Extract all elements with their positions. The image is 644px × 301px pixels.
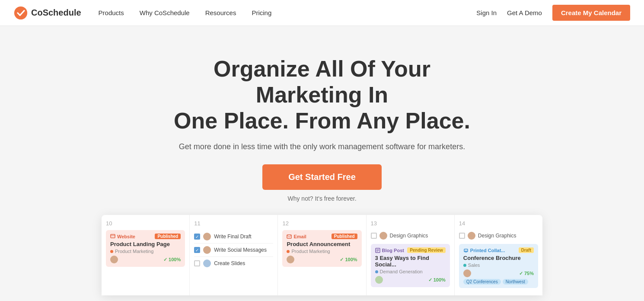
nav-links: Products Why CoSchedule Resources Pricin… — [99, 9, 477, 16]
calendar-col-14: 14 Design Graphics Printed Collat... Dra… — [455, 215, 542, 295]
get-demo-link[interactable]: Get A Demo — [507, 9, 542, 16]
card-product-announcement[interactable]: Email Published Product Announcement Pro… — [282, 230, 361, 267]
card-meta-landing: Product Marketing — [110, 249, 181, 254]
svg-rect-8 — [464, 249, 468, 252]
design-avatar-13 — [379, 232, 387, 240]
card-footer-blog: ✓ 100% — [375, 276, 446, 284]
meta-dot — [110, 250, 113, 253]
navbar: CoSchedule Products Why CoSchedule Resou… — [0, 0, 644, 26]
task-write-final: ✓ Write Final Draft — [194, 230, 273, 243]
card-blog-social[interactable]: Blog Post Pending Review 3 Easy Ways to … — [371, 244, 450, 287]
card-footer-announcement: ✓ 100% — [287, 256, 357, 263]
hero-fine-print: Why not? It's free forever. — [287, 195, 356, 202]
meta-dot-email — [287, 250, 290, 253]
logo-text: CoSchedule — [31, 8, 81, 18]
blog-icon — [375, 248, 380, 253]
card-badge-print: Draft — [519, 247, 534, 253]
website-icon — [110, 234, 115, 239]
card-meta-blog: Demand Generation — [375, 269, 446, 274]
card-footer-landing: ✓ 100% — [110, 256, 181, 263]
task-avatar-2 — [203, 246, 211, 254]
card-footer-print: ✓ 75% — [463, 269, 534, 277]
card-badge-email: Published — [332, 234, 357, 239]
task-avatar-3 — [203, 259, 211, 267]
avatar-whitney — [110, 256, 118, 263]
signin-link[interactable]: Sign In — [476, 9, 497, 16]
create-calendar-button[interactable]: Create My Calendar — [552, 5, 630, 21]
day-number-10: 10 — [106, 220, 185, 227]
calendar-col-10: 10 Website Published Product Landing Pag… — [102, 215, 190, 295]
svg-rect-1 — [111, 234, 115, 238]
logo[interactable]: CoSchedule — [14, 6, 81, 20]
design-checkbox-13[interactable] — [371, 233, 377, 239]
design-avatar-14 — [468, 232, 475, 240]
design-item-14: Design Graphics — [459, 230, 538, 241]
design-item-13: Design Graphics — [371, 230, 450, 241]
card-print-brochure[interactable]: Printed Collat... Draft Conference Broch… — [459, 244, 538, 288]
card-meta-print: Sales — [463, 263, 534, 268]
nav-resources[interactable]: Resources — [205, 9, 236, 16]
nav-pricing[interactable]: Pricing — [252, 9, 271, 16]
card-type-blog: Blog Post — [375, 248, 404, 253]
card-badge-blog: Pending Review — [407, 247, 446, 253]
svg-rect-3 — [287, 235, 291, 238]
hero-subtitle: Get more done in less time with the only… — [179, 142, 465, 151]
card-title-print: Conference Brochure — [463, 255, 534, 261]
card-tags-print: Q2 Conferences Northwest — [463, 279, 534, 285]
card-progress-landing: ✓ 100% — [163, 257, 181, 263]
calendar-col-13: 13 Design Graphics Blog Post Pending Rev… — [367, 215, 455, 295]
card-type-print: Printed Collat... — [463, 248, 505, 253]
calendar-preview: 10 Website Published Product Landing Pag… — [102, 215, 542, 295]
avatar-leah — [375, 276, 383, 284]
task-checkbox-1[interactable]: ✓ — [194, 234, 200, 240]
avatar-whitney-print — [463, 269, 471, 277]
task-create-slides: Create Slides — [194, 257, 273, 270]
day-number-14: 14 — [459, 220, 538, 227]
card-meta-announcement: Product Marketing — [287, 249, 357, 254]
hero-title: Organize All Of Your Marketing In One Pl… — [158, 56, 486, 134]
get-started-button[interactable]: Get Started Free — [262, 164, 382, 190]
design-checkbox-14[interactable] — [459, 233, 465, 239]
nav-why[interactable]: Why CoSchedule — [140, 9, 190, 16]
task-avatar-1 — [203, 233, 211, 240]
tag-q2: Q2 Conferences — [463, 279, 501, 285]
task-checkbox-3[interactable] — [194, 260, 200, 266]
meta-dot-blog — [375, 270, 378, 273]
card-progress-print: ✓ 75% — [519, 271, 534, 276]
meta-dot-print — [463, 264, 466, 267]
day-number-11: 11 — [194, 220, 273, 227]
card-product-landing[interactable]: Website Published Product Landing Page P… — [106, 230, 185, 267]
hero-section: Organize All Of Your Marketing In One Pl… — [0, 26, 644, 301]
card-progress-email: ✓ 100% — [340, 257, 357, 263]
card-badge-published: Published — [155, 234, 181, 239]
card-type-website: Website — [110, 234, 135, 239]
card-title-blog: 3 Easy Ways to Find Social... — [375, 255, 446, 268]
task-write-social: ✓ Write Social Messages — [194, 243, 273, 257]
card-progress-blog: ✓ 100% — [428, 277, 446, 283]
card-type-email: Email — [287, 234, 306, 239]
avatar-whitney-email — [287, 256, 294, 263]
day-number-12: 12 — [282, 220, 361, 227]
card-title-landing: Product Landing Page — [110, 241, 181, 247]
calendar-col-11: 11 ✓ Write Final Draft ✓ Write Social Me… — [190, 215, 278, 295]
tag-northwest: Northwest — [503, 279, 528, 285]
print-icon — [463, 248, 469, 253]
day-number-13: 13 — [371, 220, 450, 227]
email-icon — [287, 234, 292, 239]
logo-icon — [14, 6, 28, 20]
nav-right: Sign In Get A Demo Create My Calendar — [476, 5, 630, 21]
nav-products[interactable]: Products — [99, 9, 124, 16]
card-title-announcement: Product Announcement — [287, 241, 357, 247]
svg-point-0 — [14, 6, 27, 19]
task-checkbox-2[interactable]: ✓ — [194, 247, 200, 253]
calendar-col-12: 12 Email Published Product Announcement … — [278, 215, 366, 295]
